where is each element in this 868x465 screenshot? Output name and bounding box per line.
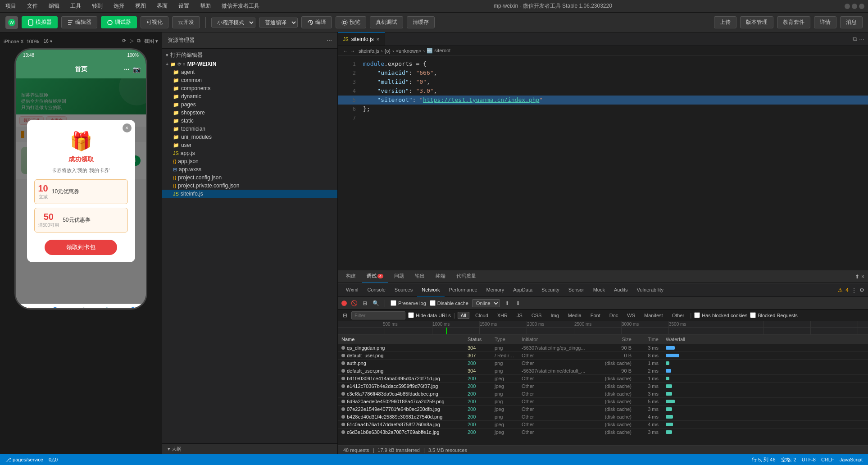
cloud-btn[interactable]: 云开发 <box>172 16 200 28</box>
tab-siteinfo[interactable]: JS siteinfo.js × <box>338 32 385 46</box>
maximize-button[interactable] <box>852 4 857 9</box>
devtools-tab-console[interactable]: Console <box>363 283 390 297</box>
filter-other[interactable]: Other <box>669 312 688 319</box>
tree-project-root[interactable]: + 📁 ⟳ ≡ MP-WEIXIN <box>162 60 337 68</box>
tree-item-project-private[interactable]: {} project.private.config.json <box>162 182 337 190</box>
debugger-btn[interactable]: 调试器 <box>101 16 137 28</box>
tree-item-siteinfo[interactable]: JS siteinfo.js <box>162 190 337 198</box>
receive-btn[interactable]: 领取到卡包 <box>45 240 117 255</box>
table-row[interactable]: default_user.png 304 png -56307/static/m… <box>338 367 868 375</box>
table-row[interactable]: b428ed40d31f4c25889c30681c27540d.png 200… <box>338 413 868 421</box>
devtools-tab-performance[interactable]: Performance <box>445 283 482 297</box>
tree-item-project-config[interactable]: {} project.config.json <box>162 173 337 182</box>
table-row[interactable]: c6d3e1b8e63043b2a7087c769abffe1c.jpg 200… <box>338 429 868 436</box>
tab-build[interactable]: 构建 <box>341 270 360 283</box>
tree-item-uni-modules[interactable]: 📁 uni_modules <box>162 133 337 141</box>
devtools-tab-mock[interactable]: Mock <box>589 283 609 297</box>
device-debug-btn[interactable]: 真机调试 <box>370 16 403 28</box>
upload-btn[interactable]: 上传 <box>714 16 736 28</box>
tree-item-agent[interactable]: 📁 agent <box>162 68 337 76</box>
edu-kit-btn[interactable]: 教育套件 <box>777 16 810 28</box>
compile-btn[interactable]: 编译 <box>301 16 332 28</box>
tree-item-app-js[interactable]: JS app.js <box>162 149 337 157</box>
tree-item-user[interactable]: 📁 user <box>162 141 337 149</box>
split-editor-icon[interactable]: ⧉ <box>853 35 857 43</box>
more-editor-icon[interactable]: ··· <box>859 36 864 43</box>
git-branch[interactable]: ⎇ pages/service <box>5 457 43 463</box>
nav-home[interactable]: 🏠 首页 <box>24 307 34 310</box>
table-row[interactable]: c3ef8a7786ff483da9ca4b85fdadebec.png 200… <box>338 390 868 398</box>
preserve-log-input[interactable] <box>391 300 396 306</box>
tab-terminal[interactable]: 终端 <box>431 270 450 283</box>
filter-doc[interactable]: Doc <box>606 312 622 319</box>
menu-project[interactable]: 项目 <box>4 1 18 11</box>
modal-close-btn[interactable]: × <box>123 123 132 132</box>
menu-tools[interactable]: 工具 <box>68 1 83 11</box>
search-btn[interactable]: 🔍 <box>372 300 379 307</box>
hide-data-urls-checkbox[interactable]: Hide data URLs <box>408 312 451 318</box>
editor-btn[interactable]: 编辑器 <box>61 16 97 28</box>
devtools-tab-appdata[interactable]: AppData <box>509 283 537 297</box>
breadcrumb-nav-fwd[interactable]: → <box>350 48 355 54</box>
tree-item-app-json[interactable]: {} app.json <box>162 157 337 165</box>
nav-tech[interactable]: 👤 技师 <box>50 307 60 310</box>
table-row[interactable]: 07e222e1549e407781fe64b0ec200dfb.jpg 200… <box>338 406 868 413</box>
clear-cache-btn[interactable]: 清缓存 <box>407 16 435 28</box>
tree-item-static[interactable]: 📁 static <box>162 117 337 125</box>
preview-btn[interactable]: 预览 <box>336 16 366 28</box>
filter-js[interactable]: JS <box>514 312 526 319</box>
devtools-tab-sensor[interactable]: Sensor <box>564 283 589 297</box>
blocked-requests-input[interactable] <box>750 312 756 318</box>
filter-all[interactable]: All <box>458 312 469 319</box>
more-icon[interactable]: ··· <box>124 66 129 73</box>
compile-selector[interactable]: 普通编译 <box>259 18 298 27</box>
menu-edit[interactable]: 编辑 <box>47 1 61 11</box>
table-row[interactable]: b41fe03091ce414aba0495d0a72df71d.jpg 200… <box>338 375 868 383</box>
network-table[interactable]: Name Status Type Initiator Size Time Wat… <box>338 335 868 445</box>
devtools-tab-security[interactable]: Security <box>537 283 564 297</box>
menu-wechat-dev[interactable]: 微信开发者工具 <box>220 1 261 11</box>
menu-help[interactable]: 帮助 <box>198 1 213 11</box>
network-throttle-select[interactable]: Online <box>472 299 500 307</box>
filter-ws[interactable]: WS <box>624 312 638 319</box>
message-btn[interactable]: 消息 <box>840 16 863 28</box>
menu-interface[interactable]: 界面 <box>155 1 169 11</box>
filter-xhr[interactable]: XHR <box>494 312 511 319</box>
play-btn[interactable]: ▷ <box>130 38 133 45</box>
devtools-tab-audits[interactable]: Audits <box>609 283 632 297</box>
filter-img[interactable]: Img <box>547 312 562 319</box>
devtools-tab-memory[interactable]: Memory <box>482 283 509 297</box>
menu-goto[interactable]: 转到 <box>90 1 105 11</box>
nav-dynamic[interactable]: 📢 动态 <box>76 307 86 310</box>
disable-cache-input[interactable] <box>430 300 436 306</box>
minimize-button[interactable] <box>845 4 850 9</box>
filter-toggle-btn[interactable]: ⊟ <box>361 300 368 307</box>
tab-close-icon[interactable]: × <box>377 36 379 42</box>
devtools-tab-network[interactable]: Network <box>417 283 444 297</box>
devtools-settings-icon[interactable]: ⚙ <box>859 287 864 293</box>
tab-debug[interactable]: 调试 4 <box>362 270 388 283</box>
devtools-tab-vulnerability[interactable]: Vulnerability <box>632 283 668 297</box>
menu-view[interactable]: 视图 <box>133 1 148 11</box>
close-button[interactable] <box>859 4 864 9</box>
screenshot-btn[interactable]: 截图 ▾ <box>144 38 158 45</box>
nav-mine[interactable]: 👤 我的 <box>128 307 138 310</box>
siteroot-link[interactable]: https://test.tyuanma.cn/index.php <box>423 96 539 103</box>
filter-css[interactable]: CSS <box>528 312 545 319</box>
filter-manifest[interactable]: Manifest <box>641 312 666 319</box>
devtools-more-icon[interactable]: ⋮ <box>851 287 857 293</box>
disable-cache-checkbox[interactable]: Disable cache <box>430 300 468 306</box>
tree-item-dynamic[interactable]: 📁 dynamic <box>162 92 337 100</box>
devtools-tab-wxml[interactable]: Wxml <box>341 283 363 297</box>
visual-btn[interactable]: 可视化 <box>141 16 168 28</box>
tree-item-technician[interactable]: 📁 technician <box>162 125 337 133</box>
import-btn[interactable]: ⬆ <box>504 300 511 307</box>
nav-order[interactable]: 📋 订单 <box>102 307 112 310</box>
mode-selector[interactable]: 小程序模式 <box>211 18 255 27</box>
camera-icon[interactable]: 📷 <box>133 66 141 73</box>
has-blocked-checkbox[interactable]: Has blocked cookies <box>694 312 747 318</box>
tab-output[interactable]: 输出 <box>410 270 429 283</box>
table-row[interactable]: 61c0aa4b76a147ddaefa8758f7260a8a.jpg 200… <box>338 421 868 429</box>
code-area[interactable]: 1 module.exports = { 2 "uniacid": "666",… <box>338 56 868 270</box>
menu-settings[interactable]: 设置 <box>177 1 191 11</box>
